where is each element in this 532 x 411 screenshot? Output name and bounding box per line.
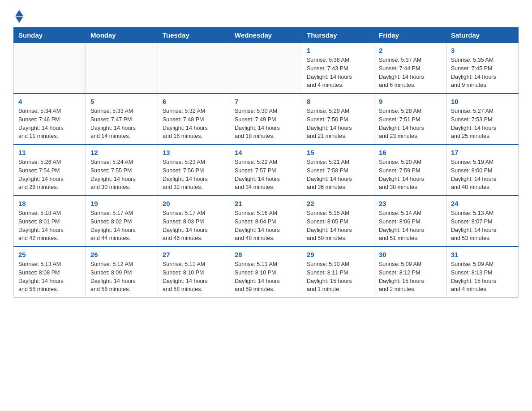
calendar-week-row: 18Sunrise: 5:18 AMSunset: 8:01 PMDayligh… xyxy=(14,196,519,247)
logo xyxy=(13,9,23,23)
day-number: 3 xyxy=(451,47,514,54)
day-number: 9 xyxy=(379,98,442,105)
day-number: 2 xyxy=(379,47,442,54)
weekday-header-saturday: Saturday xyxy=(446,28,519,43)
day-info: Sunrise: 5:17 AMSunset: 8:02 PMDaylight:… xyxy=(90,209,153,243)
day-number: 1 xyxy=(307,47,369,54)
calendar-cell: 29Sunrise: 5:10 AMSunset: 8:11 PMDayligh… xyxy=(302,247,374,298)
day-number: 7 xyxy=(235,98,297,105)
day-info: Sunrise: 5:22 AMSunset: 7:57 PMDaylight:… xyxy=(235,158,297,192)
day-info: Sunrise: 5:17 AMSunset: 8:03 PMDaylight:… xyxy=(163,209,225,243)
day-info: Sunrise: 5:11 AMSunset: 8:10 PMDaylight:… xyxy=(235,260,297,294)
calendar-cell: 19Sunrise: 5:17 AMSunset: 8:02 PMDayligh… xyxy=(86,196,158,247)
day-info: Sunrise: 5:18 AMSunset: 8:01 PMDaylight:… xyxy=(18,209,81,243)
day-info: Sunrise: 5:38 AMSunset: 7:43 PMDaylight:… xyxy=(307,56,369,90)
day-number: 17 xyxy=(451,149,514,156)
calendar-cell xyxy=(14,43,86,94)
day-info: Sunrise: 5:34 AMSunset: 7:46 PMDaylight:… xyxy=(18,107,81,141)
day-number: 29 xyxy=(307,251,369,258)
calendar-week-row: 4Sunrise: 5:34 AMSunset: 7:46 PMDaylight… xyxy=(14,94,519,145)
day-number: 24 xyxy=(451,200,514,207)
calendar-cell: 13Sunrise: 5:23 AMSunset: 7:56 PMDayligh… xyxy=(158,145,230,196)
calendar-cell xyxy=(86,43,158,94)
day-number: 15 xyxy=(307,149,369,156)
day-number: 19 xyxy=(90,200,153,207)
calendar-cell: 2Sunrise: 5:37 AMSunset: 7:44 PMDaylight… xyxy=(374,43,446,94)
calendar-cell: 31Sunrise: 5:09 AMSunset: 8:13 PMDayligh… xyxy=(446,247,519,298)
calendar-week-row: 11Sunrise: 5:26 AMSunset: 7:54 PMDayligh… xyxy=(14,145,519,196)
day-number: 11 xyxy=(18,149,81,156)
calendar-cell: 26Sunrise: 5:12 AMSunset: 8:09 PMDayligh… xyxy=(86,247,158,298)
day-number: 26 xyxy=(90,251,153,258)
calendar-cell: 7Sunrise: 5:30 AMSunset: 7:49 PMDaylight… xyxy=(230,94,302,145)
calendar-cell: 4Sunrise: 5:34 AMSunset: 7:46 PMDaylight… xyxy=(14,94,86,145)
day-number: 21 xyxy=(235,200,297,207)
day-number: 27 xyxy=(163,251,225,258)
day-info: Sunrise: 5:27 AMSunset: 7:53 PMDaylight:… xyxy=(451,107,514,141)
calendar-cell: 14Sunrise: 5:22 AMSunset: 7:57 PMDayligh… xyxy=(230,145,302,196)
calendar-cell: 5Sunrise: 5:33 AMSunset: 7:47 PMDaylight… xyxy=(86,94,158,145)
day-info: Sunrise: 5:32 AMSunset: 7:48 PMDaylight:… xyxy=(163,107,225,141)
calendar-week-row: 1Sunrise: 5:38 AMSunset: 7:43 PMDaylight… xyxy=(14,43,519,94)
day-info: Sunrise: 5:13 AMSunset: 8:07 PMDaylight:… xyxy=(451,209,514,243)
calendar-cell: 15Sunrise: 5:21 AMSunset: 7:58 PMDayligh… xyxy=(302,145,374,196)
day-number: 31 xyxy=(451,251,514,258)
day-number: 23 xyxy=(379,200,442,207)
day-info: Sunrise: 5:23 AMSunset: 7:56 PMDaylight:… xyxy=(163,158,225,192)
day-info: Sunrise: 5:09 AMSunset: 8:12 PMDaylight:… xyxy=(379,260,442,294)
weekday-header-wednesday: Wednesday xyxy=(230,28,302,43)
calendar-cell: 1Sunrise: 5:38 AMSunset: 7:43 PMDaylight… xyxy=(302,43,374,94)
calendar-cell: 18Sunrise: 5:18 AMSunset: 8:01 PMDayligh… xyxy=(14,196,86,247)
weekday-header-thursday: Thursday xyxy=(302,28,374,43)
day-info: Sunrise: 5:19 AMSunset: 8:00 PMDaylight:… xyxy=(451,158,514,192)
logo-triangle-bottom-icon xyxy=(15,17,23,23)
page-header xyxy=(13,9,519,23)
day-info: Sunrise: 5:14 AMSunset: 8:06 PMDaylight:… xyxy=(379,209,442,243)
calendar-cell: 23Sunrise: 5:14 AMSunset: 8:06 PMDayligh… xyxy=(374,196,446,247)
calendar-cell: 12Sunrise: 5:24 AMSunset: 7:55 PMDayligh… xyxy=(86,145,158,196)
day-number: 8 xyxy=(307,98,369,105)
calendar-cell: 16Sunrise: 5:20 AMSunset: 7:59 PMDayligh… xyxy=(374,145,446,196)
day-number: 18 xyxy=(18,200,81,207)
day-info: Sunrise: 5:24 AMSunset: 7:55 PMDaylight:… xyxy=(90,158,153,192)
day-info: Sunrise: 5:09 AMSunset: 8:13 PMDaylight:… xyxy=(451,260,514,294)
calendar-cell: 25Sunrise: 5:13 AMSunset: 8:08 PMDayligh… xyxy=(14,247,86,298)
day-number: 13 xyxy=(163,149,225,156)
day-number: 4 xyxy=(18,98,81,105)
day-info: Sunrise: 5:13 AMSunset: 8:08 PMDaylight:… xyxy=(18,260,81,294)
day-number: 25 xyxy=(18,251,81,258)
day-info: Sunrise: 5:10 AMSunset: 8:11 PMDaylight:… xyxy=(307,260,369,294)
calendar-cell: 6Sunrise: 5:32 AMSunset: 7:48 PMDaylight… xyxy=(158,94,230,145)
calendar-cell: 11Sunrise: 5:26 AMSunset: 7:54 PMDayligh… xyxy=(14,145,86,196)
day-info: Sunrise: 5:30 AMSunset: 7:49 PMDaylight:… xyxy=(235,107,297,141)
day-info: Sunrise: 5:29 AMSunset: 7:50 PMDaylight:… xyxy=(307,107,369,141)
weekday-header-tuesday: Tuesday xyxy=(158,28,230,43)
calendar-cell: 3Sunrise: 5:35 AMSunset: 7:45 PMDaylight… xyxy=(446,43,519,94)
calendar-cell: 27Sunrise: 5:11 AMSunset: 8:10 PMDayligh… xyxy=(158,247,230,298)
day-info: Sunrise: 5:28 AMSunset: 7:51 PMDaylight:… xyxy=(379,107,442,141)
calendar-cell: 30Sunrise: 5:09 AMSunset: 8:12 PMDayligh… xyxy=(374,247,446,298)
calendar-cell: 24Sunrise: 5:13 AMSunset: 8:07 PMDayligh… xyxy=(446,196,519,247)
day-number: 5 xyxy=(90,98,153,105)
day-number: 10 xyxy=(451,98,514,105)
calendar-cell: 22Sunrise: 5:15 AMSunset: 8:05 PMDayligh… xyxy=(302,196,374,247)
day-info: Sunrise: 5:11 AMSunset: 8:10 PMDaylight:… xyxy=(163,260,225,294)
day-info: Sunrise: 5:12 AMSunset: 8:09 PMDaylight:… xyxy=(90,260,153,294)
calendar-cell xyxy=(230,43,302,94)
day-info: Sunrise: 5:16 AMSunset: 8:04 PMDaylight:… xyxy=(235,209,297,243)
day-number: 28 xyxy=(235,251,297,258)
logo-triangle-icon xyxy=(15,10,23,16)
calendar-cell: 9Sunrise: 5:28 AMSunset: 7:51 PMDaylight… xyxy=(374,94,446,145)
calendar-cell: 28Sunrise: 5:11 AMSunset: 8:10 PMDayligh… xyxy=(230,247,302,298)
weekday-header-sunday: Sunday xyxy=(14,28,86,43)
calendar-table: SundayMondayTuesdayWednesdayThursdayFrid… xyxy=(13,27,519,298)
day-number: 30 xyxy=(379,251,442,258)
day-number: 20 xyxy=(163,200,225,207)
day-number: 6 xyxy=(163,98,225,105)
day-info: Sunrise: 5:21 AMSunset: 7:58 PMDaylight:… xyxy=(307,158,369,192)
calendar-cell: 20Sunrise: 5:17 AMSunset: 8:03 PMDayligh… xyxy=(158,196,230,247)
calendar-cell: 8Sunrise: 5:29 AMSunset: 7:50 PMDaylight… xyxy=(302,94,374,145)
calendar-cell: 21Sunrise: 5:16 AMSunset: 8:04 PMDayligh… xyxy=(230,196,302,247)
day-number: 14 xyxy=(235,149,297,156)
day-info: Sunrise: 5:35 AMSunset: 7:45 PMDaylight:… xyxy=(451,56,514,90)
